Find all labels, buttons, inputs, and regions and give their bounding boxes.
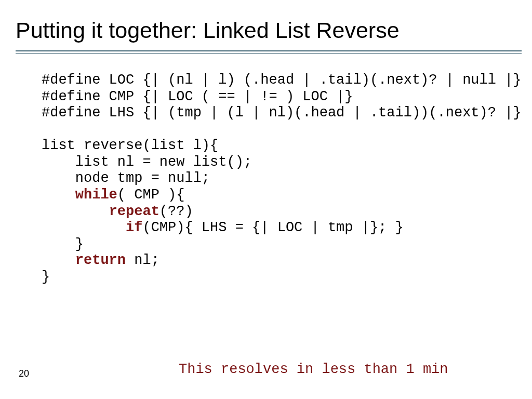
code-line-6: list nl = new list(); xyxy=(42,154,252,170)
page-number: 20 xyxy=(19,368,29,379)
code-line-7: node tmp = null; xyxy=(42,170,210,186)
kw-while: while xyxy=(75,187,117,203)
kw-repeat: repeat xyxy=(109,204,159,219)
code-line-13: } xyxy=(42,269,50,285)
slide: Putting it together: Linked List Reverse… xyxy=(0,0,532,399)
kw-return: return xyxy=(75,252,126,268)
code-line-1: #define LOC {| (nl | l) (.head | .tail)(… xyxy=(42,72,522,88)
code-line-10: if(CMP){ LHS = {| LOC | tmp |}; } xyxy=(42,220,404,235)
code-line-9: repeat(??) xyxy=(42,204,193,219)
slide-title: Putting it together: Linked List Reverse xyxy=(16,18,522,43)
code-line-12: return nl; xyxy=(42,252,159,268)
kw-if: if xyxy=(126,220,142,235)
code-line-3: #define LHS {| (tmp | (l | nl)(.head | .… xyxy=(42,105,522,121)
title-rule xyxy=(16,50,522,54)
code-line-8: while( CMP ){ xyxy=(42,187,184,203)
code-line-2: #define CMP {| LOC ( == | != ) LOC |} xyxy=(42,89,353,104)
code-line-11: } xyxy=(42,236,84,252)
code-block: #define LOC {| (nl | l) (.head | .tail)(… xyxy=(42,72,522,286)
code-line-5: list reverse(list l){ xyxy=(42,138,218,153)
footnote: This resolves in less than 1 min xyxy=(179,362,448,377)
